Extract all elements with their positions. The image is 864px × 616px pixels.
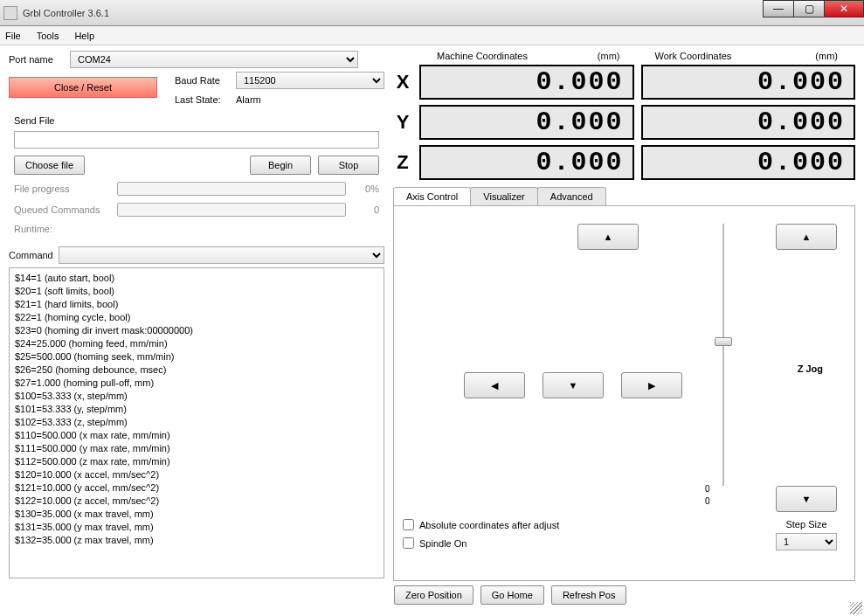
work-x: 0.000: [641, 65, 856, 100]
menubar: File Tools Help: [0, 26, 864, 45]
menu-help[interactable]: Help: [74, 31, 94, 41]
console-line: $111=500.000 (y max rate, mm/min): [15, 442, 378, 455]
zero-position-button[interactable]: Zero Position: [394, 585, 473, 605]
triangle-right-icon: ▶: [648, 380, 655, 391]
tab-axis-control[interactable]: Axis Control: [393, 187, 471, 205]
console-line: $130=35.000 (x max travel, mm): [15, 508, 378, 521]
console-line: $122=10.000 (z accel, mm/sec^2): [15, 495, 378, 508]
console-line: $132=35.000 (z max travel, mm): [15, 534, 378, 547]
slider-min: 0: [705, 484, 710, 494]
console-line: $14=1 (auto start, bool): [15, 272, 378, 285]
tab-body: ▲ ◀ ▼ ▶ 0 0 ▲ Z Jog ▼ Absolute coordinat…: [393, 205, 855, 581]
work-z: 0.000: [641, 145, 856, 180]
menu-tools[interactable]: Tools: [37, 31, 59, 41]
triangle-down-icon: ▼: [569, 380, 578, 391]
abs-coords-check[interactable]: Absolute coordinates after adjust: [403, 519, 559, 530]
step-size-label: Step Size: [776, 519, 837, 529]
file-progress-value: 0%: [353, 183, 379, 194]
step-size-select[interactable]: 1: [776, 533, 837, 550]
baud-select[interactable]: 115200: [236, 72, 384, 89]
axis-y-label: Y: [393, 111, 412, 134]
console-line: $131=35.000 (y max travel, mm): [15, 521, 378, 534]
choose-file-button[interactable]: Choose file: [14, 156, 85, 175]
console-line: $22=1 (homing cycle, bool): [15, 311, 378, 324]
runtime-label: Runtime:: [14, 224, 52, 234]
file-progress-bar: [117, 182, 346, 196]
console-line: $100=53.333 (x, step/mm): [15, 390, 378, 403]
machine-unit: (mm): [598, 51, 620, 61]
minimize-button[interactable]: —: [763, 0, 794, 17]
console-line: $26=250 (homing debounce, msec): [15, 363, 378, 377]
refresh-pos-button[interactable]: Refresh Pos: [551, 585, 627, 605]
feed-slider[interactable]: [715, 224, 732, 486]
maximize-button[interactable]: ▢: [793, 0, 825, 17]
last-state-value: Alarm: [236, 94, 261, 105]
z-jog-label: Z Jog: [798, 363, 823, 374]
console-output[interactable]: $14=1 (auto start, bool)$20=1 (soft limi…: [9, 267, 384, 578]
jog-z-plus[interactable]: ▲: [776, 224, 837, 250]
last-state-label: Last State:: [175, 94, 236, 105]
abs-coords-checkbox[interactable]: [403, 519, 414, 530]
triangle-down-icon: ▼: [802, 494, 812, 504]
console-line: $23=0 (homing dir invert mask:00000000): [15, 324, 378, 337]
tab-visualizer[interactable]: Visualizer: [470, 187, 538, 205]
port-select[interactable]: COM24: [70, 51, 358, 68]
jog-x-plus[interactable]: ▶: [621, 372, 682, 398]
machine-z: 0.000: [419, 145, 634, 180]
console-line: $102=53.333 (z, step/mm): [15, 416, 378, 429]
console-line: $25=500.000 (homing seek, mm/min): [15, 350, 378, 363]
queued-bar: [117, 203, 346, 217]
machine-x: 0.000: [419, 65, 634, 100]
work-unit: (mm): [815, 51, 838, 61]
work-coords-label: Work Coordinates: [655, 51, 732, 61]
console-line: $24=25.000 (homing feed, mm/min): [15, 337, 378, 350]
console-line: $120=10.000 (x accel, mm/sec^2): [15, 468, 378, 481]
triangle-up-icon: ▲: [604, 232, 613, 242]
slider-track: [722, 224, 724, 486]
console-line: $27=1.000 (homing pull-off, mm): [15, 377, 378, 390]
command-input[interactable]: [59, 246, 384, 264]
console-line: $110=500.000 (x max rate, mm/min): [15, 429, 378, 442]
send-file-group: Send File Choose file Begin Stop File pr…: [9, 110, 384, 239]
console-line: $21=1 (hard limits, bool): [15, 298, 378, 311]
go-home-button[interactable]: Go Home: [480, 585, 544, 605]
jog-z-minus[interactable]: ▼: [776, 486, 837, 512]
baud-label: Baud Rate: [175, 75, 236, 86]
close-button[interactable]: ✕: [824, 0, 864, 17]
triangle-left-icon: ◀: [491, 380, 498, 391]
window-title: Grbl Controller 3.6.1: [23, 8, 109, 18]
console-line: $112=500.000 (z max rate, mm/min): [15, 455, 378, 468]
work-y: 0.000: [641, 105, 856, 140]
console-line: $20=1 (soft limits, bool): [15, 285, 378, 298]
close-reset-button[interactable]: Close / Reset: [9, 77, 157, 98]
file-progress-label: File progress: [14, 183, 110, 194]
machine-y: 0.000: [419, 105, 634, 140]
menu-file[interactable]: File: [5, 31, 21, 41]
jog-y-plus[interactable]: ▲: [577, 224, 639, 250]
port-label: Port name: [9, 54, 70, 65]
machine-coords-label: Machine Coordinates: [437, 51, 528, 61]
jog-x-minus[interactable]: ◀: [464, 372, 525, 398]
spindle-checkbox[interactable]: [403, 537, 414, 549]
command-label: Command: [9, 250, 53, 260]
queued-label: Queued Commands: [14, 204, 110, 215]
begin-button[interactable]: Begin: [250, 156, 311, 175]
file-path-input[interactable]: [14, 131, 379, 149]
triangle-up-icon: ▲: [802, 232, 812, 242]
stop-button[interactable]: Stop: [318, 156, 379, 175]
axis-z-label: Z: [393, 151, 412, 174]
jog-y-minus[interactable]: ▼: [543, 372, 604, 398]
send-file-label: Send File: [14, 115, 379, 126]
queued-value: 0: [353, 204, 379, 215]
resize-grip[interactable]: [850, 602, 862, 614]
spindle-check[interactable]: Spindle On: [403, 537, 559, 549]
titlebar: Grbl Controller 3.6.1 — ▢ ✕: [0, 0, 864, 26]
console-line: $121=10.000 (y accel, mm/sec^2): [15, 481, 378, 495]
slider-thumb[interactable]: [715, 337, 732, 346]
console-line: $101=53.333 (y, step/mm): [15, 403, 378, 416]
tab-advanced[interactable]: Advanced: [537, 187, 606, 205]
slider-value: 0: [705, 496, 710, 506]
axis-x-label: X: [393, 71, 412, 93]
app-icon: [3, 6, 17, 20]
